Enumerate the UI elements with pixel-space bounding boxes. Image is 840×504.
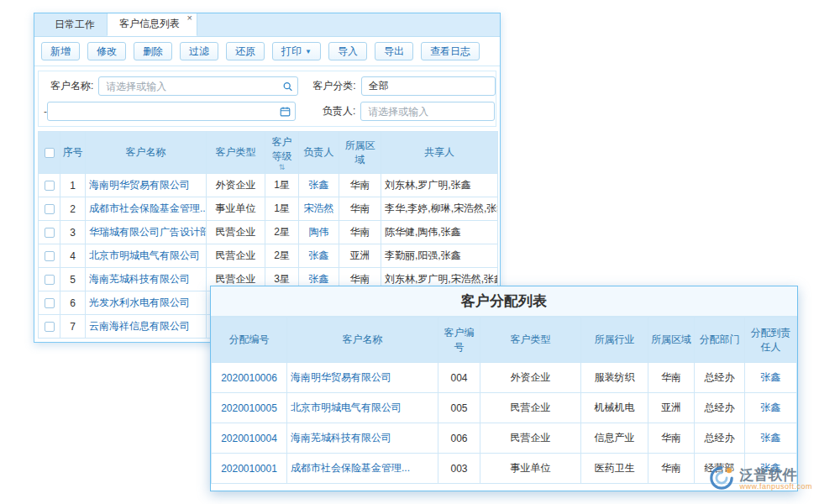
customer-name-input[interactable] [98,76,298,96]
tab-customer-info-list[interactable]: 客户信息列表 × [107,13,197,36]
row-checkbox[interactable] [45,181,55,191]
customer-name-input-wrap [98,76,298,96]
col-header-alloc-dept: 分配部门 [695,318,745,363]
cell-customer-name[interactable]: 北京市明城电气有限公司 [86,244,207,268]
add-button[interactable]: 新增 [41,42,80,60]
col-header-no: 序号 [60,132,86,174]
cell-alloc-no[interactable]: 2020010004 [212,423,287,454]
col-header-alloc-no: 分配编号 [212,318,287,363]
cell-customer-type: 民营企业 [480,423,581,454]
cell-no: 7 [60,315,86,339]
cell-no: 6 [60,291,86,315]
cell-shared: 陈华健,陶伟,张鑫 [381,221,498,244]
vendor-watermark: 泛普软件 www.fanpusoft.com [709,465,812,494]
cell-customer-name[interactable]: 光发水利水电有限公司 [86,291,207,315]
cell-alloc-dept: 总经办 [695,363,745,393]
view-log-button[interactable]: 查看日志 [421,42,480,60]
cell-no: 1 [60,174,86,197]
customer-name-label: 客户名称: [50,79,93,93]
fanpu-logo-icon [709,465,734,494]
customer-category-label: 客户分类: [312,79,355,93]
customer-table-header-row: 序号 客户名称 客户类型 客户等级 ⇅ 负责人 所属区域 共享人 [39,132,498,174]
cell-customer-name[interactable]: 成都市社会保险基金管理... [287,454,438,484]
cell-alloc-no[interactable]: 2020010006 [212,363,287,393]
row-checkbox[interactable] [45,251,55,261]
chevron-down-icon: ▼ [305,48,312,55]
col-header-region: 所属区域 [648,318,695,363]
cell-customer-name[interactable]: 海南芜城科技有限公司 [86,268,207,291]
cell-assignee[interactable]: 张鑫 [745,393,797,423]
cell-owner[interactable]: 张鑫 [299,174,339,197]
allocation-table-header-row: 分配编号 客户名称 客户编号 客户类型 所属行业 所属区域 分配部门 分配到责任… [212,318,797,363]
tab-daily-work[interactable]: 日常工作 [43,13,107,36]
table-row[interactable]: 2020010006 海南明华贸易有限公司 004 外资企业 服装纺织 华南 总… [212,363,797,393]
cell-customer-name[interactable]: 成都市社会保险基金管理... [86,197,207,221]
customer-allocation-dialog: 客户分配列表 分配编号 客户名称 客户编号 客户类型 所属行业 所属区域 分配部… [210,286,798,491]
row-checkbox[interactable] [45,204,55,214]
cell-assignee[interactable]: 张鑫 [745,363,797,393]
cell-region: 亚洲 [648,393,695,423]
import-button[interactable]: 导入 [328,42,367,60]
cell-alloc-no[interactable]: 2020010001 [212,454,287,484]
table-row[interactable]: 3 华瑞城有限公司广告设计部 民营企业 2星 陶伟 华南 陈华健,陶伟,张鑫 [39,221,498,244]
export-button[interactable]: 导出 [375,42,413,60]
row-checkbox[interactable] [45,298,55,308]
search-icon[interactable] [282,81,293,92]
row-checkbox[interactable] [45,275,55,285]
cell-customer-type: 民营企业 [207,244,265,268]
select-all-checkbox[interactable] [45,148,55,158]
delete-button[interactable]: 删除 [134,42,172,60]
cell-no: 4 [60,244,86,268]
cell-owner[interactable]: 宋浩然 [299,197,339,221]
cell-owner[interactable]: 张鑫 [299,244,339,268]
filter-row-2: - 负责人: [44,102,491,121]
cell-customer-name[interactable]: 海南明华贸易有限公司 [287,363,438,393]
customer-category-input-wrap [361,76,496,96]
desktop: 日常工作 客户信息列表 × 新增 修改 删除 过滤 还原 打印 ▼ 导入 导出 … [0,0,840,504]
cell-assignee[interactable]: 张鑫 [745,423,797,454]
cell-customer-name[interactable]: 华瑞城有限公司广告设计部 [86,221,207,244]
cell-customer-no: 006 [438,423,480,454]
cell-industry: 医药卫生 [581,454,648,484]
restore-button[interactable]: 还原 [226,42,265,60]
cell-region: 华南 [648,454,695,484]
cell-region: 华南 [648,363,695,393]
vendor-url: www.fanpusoft.com [739,483,812,491]
filter-button[interactable]: 过滤 [180,42,218,60]
close-tab-icon[interactable]: × [187,13,192,23]
cell-owner[interactable]: 陶伟 [299,221,339,244]
col-header-assignee: 分配到责任人 [745,318,797,363]
cell-customer-no: 003 [438,454,480,484]
date-input-wrap [47,102,296,121]
col-header-customer-level: 客户等级 ⇅ [265,132,299,174]
customer-level-label: 客户等级 [272,136,292,162]
cell-shared: 刘东林,罗广明,张鑫 [381,174,498,197]
table-row[interactable]: 4 北京市明城电气有限公司 民营企业 2星 张鑫 亚洲 李勤丽,阳强,张鑫 [39,244,498,268]
row-checkbox[interactable] [45,322,55,332]
cell-alloc-no[interactable]: 2020010005 [212,393,287,423]
table-row[interactable]: 1 海南明华贸易有限公司 外资企业 1星 张鑫 华南 刘东林,罗广明,张鑫 [39,174,498,197]
print-button-label: 打印 [281,45,302,59]
cell-industry: 机械机电 [581,393,648,423]
customer-category-input[interactable] [361,76,496,96]
print-button[interactable]: 打印 ▼ [272,42,321,60]
cell-industry: 服装纺织 [581,363,648,393]
cell-customer-name[interactable]: 海南明华贸易有限公司 [86,174,207,197]
table-row[interactable]: 2 成都市社会保险基金管理... 事业单位 1星 宋浩然 华南 李华,李婷,柳琳… [39,197,498,221]
table-row[interactable]: 2020010004 海南芜城科技有限公司 006 民营企业 信息产业 华南 总… [212,423,797,454]
cell-customer-level: 2星 [265,244,299,268]
row-checkbox[interactable] [45,228,55,238]
cell-customer-level: 1星 [265,197,299,221]
owner-input[interactable] [360,102,495,121]
calendar-icon[interactable] [280,106,291,117]
cell-region: 华南 [648,423,695,454]
cell-customer-name[interactable]: 北京市明城电气有限公司 [287,393,438,423]
table-row[interactable]: 2020010005 北京市明城电气有限公司 005 民营企业 机械机电 亚洲 … [212,393,797,423]
date-input[interactable] [47,102,296,121]
cell-customer-name[interactable]: 云南海祥信息有限公司 [86,315,207,339]
col-header-customer-type: 客户类型 [480,318,581,363]
sort-icon[interactable]: ⇅ [267,164,297,171]
cell-customer-name[interactable]: 海南芜城科技有限公司 [287,423,438,454]
filter-panel: 客户名称: 客户分类: - [38,71,496,127]
modify-button[interactable]: 修改 [87,42,126,60]
